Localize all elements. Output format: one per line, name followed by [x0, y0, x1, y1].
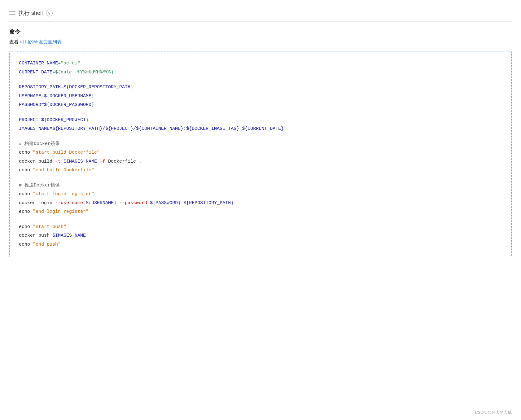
env-link[interactable]: 可用的环境变量列表 — [20, 39, 62, 44]
code-section-vars1: CONTAINER_NAME="sc-ui" CURRENT_DATE=$(da… — [19, 59, 502, 77]
code-key-pass: PASSWORD= — [19, 102, 44, 107]
echo-val-3b: "end push" — [33, 242, 61, 247]
echo-val-2a: "start login register" — [33, 191, 94, 197]
docker-build-f: -f — [100, 159, 105, 164]
code-key-user: USERNAME= — [19, 94, 44, 99]
echo-keyword-3b: echo — [19, 242, 33, 247]
header: 执行 shell ? — [9, 6, 512, 22]
code-val-project: ${DOCKER_PROJECT} — [41, 117, 89, 123]
echo-val-1a: "start build Dockerfile" — [33, 150, 100, 155]
code-docker-build: docker build -t $IMAGES_NAME -f Dockerfi… — [19, 157, 502, 166]
env-link-row: 查看 可用的环境变量列表 — [9, 39, 512, 45]
comment-build-text: # 构建Docker镜像 — [19, 141, 60, 147]
docker-build-rest: Dockerfile . — [105, 159, 142, 164]
echo-keyword-1a: echo — [19, 150, 33, 155]
code-line-3: REPOSITORY_PATH=${DOCKER_REPOSITORY_PATH… — [19, 83, 502, 92]
docker-login-var1: ${USERNAME} — [86, 200, 116, 206]
code-line-4: USERNAME=${DOCKER_USERNAME} — [19, 92, 502, 101]
echo-val-3a: "start push" — [33, 224, 66, 230]
code-key-repo: REPOSITORY_PATH= — [19, 85, 63, 90]
page-title: 执行 shell — [19, 9, 43, 17]
code-key-images: IMAGES_NAME= — [19, 126, 52, 131]
echo-keyword-2a: echo — [19, 191, 33, 197]
command-label: 命令 — [9, 28, 512, 35]
code-comment-build: # 构建Docker镜像 — [19, 140, 502, 149]
code-line-7: IMAGES_NAME=${REPOSITORY_PATH}/${PROJECT… — [19, 125, 502, 133]
comment-push-text: # 推送Docker镜像 — [19, 183, 60, 188]
code-val-container: "sc-ui" — [61, 61, 80, 66]
docker-build-var: $IMAGES_NAME — [61, 159, 100, 164]
docker-login-var2: ${PASSWORD} — [150, 200, 181, 206]
code-section-build: # 构建Docker镜像 echo "start build Dockerfil… — [19, 140, 502, 175]
echo-val-2b: "end login register" — [33, 209, 89, 214]
code-section-vars3: PROJECT=${DOCKER_PROJECT} IMAGES_NAME=${… — [19, 116, 502, 133]
code-section-push2: echo "start push" docker push $IMAGES_NA… — [19, 223, 502, 249]
env-link-prefix: 查看 — [9, 39, 20, 44]
code-key-date: CURRENT_DATE= — [19, 70, 55, 75]
echo-keyword-1b: echo — [19, 168, 33, 173]
code-block: CONTAINER_NAME="sc-ui" CURRENT_DATE=$(da… — [9, 51, 512, 257]
code-echo-push-end: echo "end push" — [19, 240, 502, 249]
docker-login-cmd: docker login — [19, 200, 55, 206]
code-docker-push: docker push $IMAGES_NAME — [19, 231, 502, 240]
code-line-6: PROJECT=${DOCKER_PROJECT} — [19, 116, 502, 125]
code-key-project: PROJECT= — [19, 117, 41, 123]
echo-keyword-2b: echo — [19, 209, 33, 214]
code-val-repo: ${DOCKER_REPOSITORY_PATH} — [63, 85, 133, 90]
code-key-container: CONTAINER_NAME= — [19, 61, 61, 66]
code-line-1: CONTAINER_NAME="sc-ui" — [19, 59, 502, 68]
code-val-images: ${REPOSITORY_PATH}/${PROJECT}/${CONTAINE… — [52, 126, 284, 131]
code-val-user: ${DOCKER_USERNAME} — [44, 94, 94, 99]
code-echo-push-start: echo "start push" — [19, 223, 502, 232]
code-val-date: $(date +%Y%m%d%H%M%S) — [55, 70, 114, 75]
menu-icon[interactable] — [9, 11, 15, 15]
docker-login-opt2: --password= — [116, 200, 150, 206]
code-val-pass: ${DOCKER_PASSWORD} — [44, 102, 94, 107]
docker-login-opt1: --username= — [55, 200, 86, 206]
help-icon[interactable]: ? — [46, 10, 53, 16]
code-section-push: # 推送Docker镜像 echo "start login register"… — [19, 181, 502, 217]
docker-build-cmd: docker build — [19, 159, 55, 164]
code-echo-build-start: echo "start build Dockerfile" — [19, 148, 502, 157]
code-docker-login: docker login --username=${USERNAME} --pa… — [19, 199, 502, 208]
code-line-5: PASSWORD=${DOCKER_PASSWORD} — [19, 101, 502, 110]
docker-push-cmd: docker push — [19, 233, 52, 238]
code-echo-login-end: echo "end login register" — [19, 208, 502, 217]
code-echo-build-end: echo "end build Dockerfile" — [19, 166, 502, 175]
docker-login-var3: ${REPOSITORY_PATH} — [181, 200, 234, 206]
code-comment-push: # 推送Docker镜像 — [19, 181, 502, 190]
echo-val-1b: "end build Dockerfile" — [33, 168, 94, 173]
code-section-vars2: REPOSITORY_PATH=${DOCKER_REPOSITORY_PATH… — [19, 83, 502, 110]
footer-credit: CSDN @伟大的大威 — [475, 410, 512, 415]
echo-keyword-3a: echo — [19, 224, 33, 230]
code-echo-login-start: echo "start login register" — [19, 190, 502, 199]
docker-build-t: -t — [55, 159, 61, 164]
code-line-2: CURRENT_DATE=$(date +%Y%m%d%H%M%S) — [19, 68, 502, 77]
docker-push-var: $IMAGES_NAME — [52, 233, 86, 238]
